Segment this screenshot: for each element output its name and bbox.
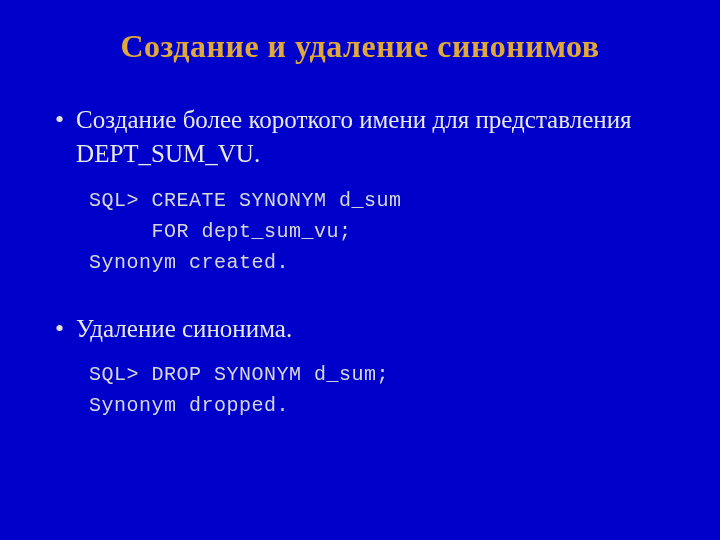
code-line: FOR dept_sum_vu; <box>89 220 352 243</box>
bullet-marker: • <box>55 103 64 137</box>
bullet-text-2: Удаление синонима. <box>76 312 292 346</box>
bullet-item-1: • Создание более короткого имени для пре… <box>55 103 665 171</box>
code-line: SQL> CREATE SYNONYM d_sum <box>89 189 402 212</box>
slide-content: Создание и удаление синонимов • Создание… <box>0 0 720 540</box>
code-line: Synonym dropped. <box>89 394 289 417</box>
bullet-text-1: Создание более короткого имени для предс… <box>76 103 665 171</box>
bullet-item-2: • Удаление синонима. <box>55 312 665 346</box>
bullet-marker: • <box>55 312 64 346</box>
code-block-2: SQL> DROP SYNONYM d_sum; Synonym dropped… <box>89 359 665 421</box>
code-line: Synonym created. <box>89 251 289 274</box>
code-line: SQL> DROP SYNONYM d_sum; <box>89 363 389 386</box>
code-block-1: SQL> CREATE SYNONYM d_sum FOR dept_sum_v… <box>89 185 665 278</box>
slide-title: Создание и удаление синонимов <box>55 28 665 65</box>
